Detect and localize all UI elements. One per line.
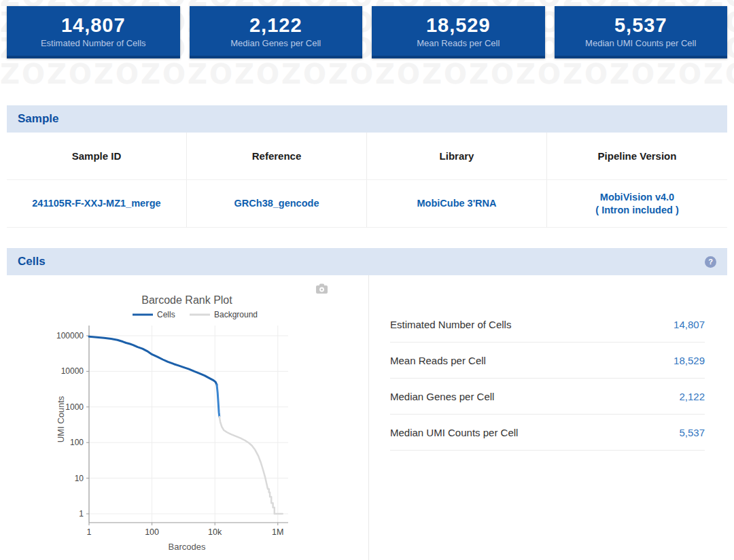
card-label: Estimated Number of Cells bbox=[41, 38, 146, 48]
sample-section-title: Sample bbox=[18, 112, 58, 126]
metric-row-mean-reads: Mean Reads per Cell 18,529 bbox=[390, 343, 705, 379]
svg-text:Barcodes: Barcodes bbox=[169, 542, 206, 552]
cells-section-header: Cells ? bbox=[7, 248, 727, 275]
card-value: 14,807 bbox=[61, 14, 126, 36]
metric-value: 14,807 bbox=[674, 319, 705, 330]
svg-text:1: 1 bbox=[87, 527, 92, 537]
report-page: ZOZOZOZOZOZOZOZOZOZOZOZOZOZOZOZOZOZOZOZO… bbox=[0, 0, 734, 560]
svg-text:Background: Background bbox=[214, 310, 258, 319]
card-median-genes: 2,122 Median Genes per Cell bbox=[190, 6, 363, 58]
sample-table-header-library: Library bbox=[367, 133, 547, 180]
sample-table-header-pipeline: Pipeline Version bbox=[547, 133, 727, 180]
card-value: 2,122 bbox=[249, 14, 302, 36]
metric-value: 18,529 bbox=[674, 355, 705, 366]
metric-row-median-umi: Median UMI Counts per Cell 5,537 bbox=[390, 415, 705, 451]
svg-text:1000: 1000 bbox=[65, 402, 84, 412]
sample-table-header-sample-id: Sample ID bbox=[7, 133, 187, 180]
barcode-rank-plot-svg: 110100100010000100000110010k1MBarcode Ra… bbox=[7, 275, 368, 560]
svg-text:100: 100 bbox=[145, 527, 159, 537]
card-value: 18,529 bbox=[426, 14, 491, 36]
metric-label: Median Genes per Cell bbox=[390, 391, 494, 402]
svg-text:Cells: Cells bbox=[157, 310, 175, 319]
svg-text:100: 100 bbox=[70, 438, 84, 447]
svg-text:UMI Counts: UMI Counts bbox=[56, 396, 66, 442]
metric-label: Mean Reads per Cell bbox=[390, 355, 486, 366]
svg-text:1M: 1M bbox=[272, 527, 283, 537]
summary-cards-row: 14,807 Estimated Number of Cells 2,122 M… bbox=[0, 0, 734, 58]
reference-value: GRCh38_gencode bbox=[187, 180, 367, 228]
svg-text:100000: 100000 bbox=[56, 331, 84, 340]
card-value: 5,537 bbox=[614, 14, 667, 36]
metric-row-median-genes: Median Genes per Cell 2,122 bbox=[390, 379, 705, 415]
card-estimated-cells: 14,807 Estimated Number of Cells bbox=[7, 6, 180, 58]
sample-id-value: 241105R-F-XXJ-MZ1_merge bbox=[7, 180, 187, 228]
sample-table: Sample ID Reference Library Pipeline Ver… bbox=[7, 133, 727, 228]
card-label: Mean Reads per Cell bbox=[417, 38, 500, 48]
svg-text:1: 1 bbox=[79, 509, 84, 519]
card-mean-reads: 18,529 Mean Reads per Cell bbox=[372, 6, 545, 58]
sample-section-header: Sample bbox=[7, 105, 727, 133]
metric-label: Median UMI Counts per Cell bbox=[390, 427, 518, 438]
metric-value: 5,537 bbox=[679, 427, 705, 438]
metric-value: 2,122 bbox=[679, 391, 705, 402]
card-label: Median Genes per Cell bbox=[230, 38, 321, 48]
svg-text:10k: 10k bbox=[208, 527, 222, 537]
cells-section-body: 110100100010000100000110010k1MBarcode Ra… bbox=[7, 275, 727, 560]
cells-metrics-table: Estimated Number of Cells 14,807 Mean Re… bbox=[368, 275, 727, 560]
library-value: MobiCube 3'RNA bbox=[367, 180, 547, 228]
sample-table-header-reference: Reference bbox=[187, 133, 367, 180]
card-median-umi: 5,537 Median UMI Counts per Cell bbox=[555, 6, 728, 58]
pipeline-version-value: MobiVision v4.0 ( Intron included ) bbox=[547, 180, 727, 228]
metric-label: Estimated Number of Cells bbox=[390, 319, 511, 330]
metric-row-estimated-cells: Estimated Number of Cells 14,807 bbox=[390, 307, 705, 343]
svg-text:Barcode Rank Plot: Barcode Rank Plot bbox=[141, 294, 232, 306]
barcode-rank-plot: 110100100010000100000110010k1MBarcode Ra… bbox=[7, 275, 368, 560]
pipeline-version-line2: ( Intron included ) bbox=[595, 204, 678, 217]
card-label: Median UMI Counts per Cell bbox=[585, 38, 696, 48]
svg-text:10: 10 bbox=[75, 474, 84, 483]
help-icon[interactable]: ? bbox=[705, 256, 716, 268]
cells-section-title: Cells bbox=[18, 255, 46, 268]
camera-download-icon[interactable] bbox=[315, 283, 329, 295]
svg-text:10000: 10000 bbox=[61, 366, 84, 376]
pipeline-version-line1: MobiVision v4.0 bbox=[600, 191, 674, 204]
